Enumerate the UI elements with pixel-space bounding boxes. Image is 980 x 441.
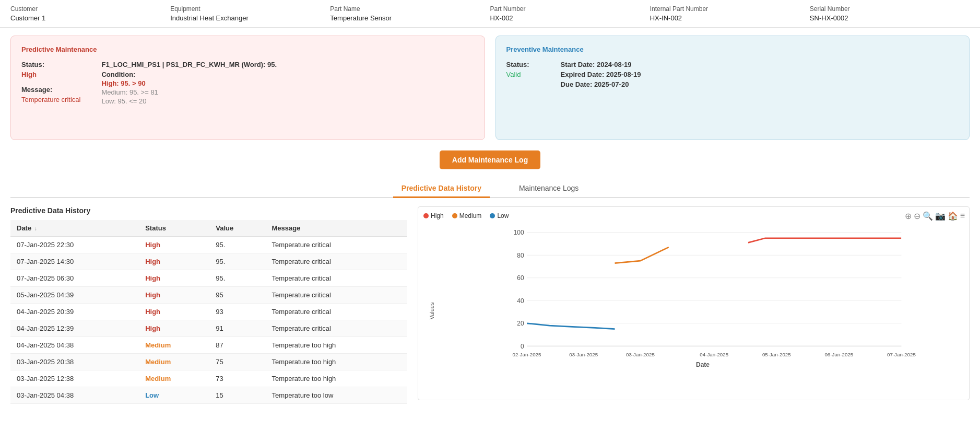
cell-date: 04-Jan-2025 20:39 (10, 304, 139, 320)
table-row: 03-Jan-2025 12:38 Medium 73 Temperature … (10, 370, 407, 387)
cell-value: 95 (209, 287, 265, 304)
chart-menu-icon[interactable]: ≡ (960, 211, 965, 221)
cell-value: 73 (209, 370, 265, 387)
table-row: 04-Jan-2025 04:38 Medium 87 Temperature … (10, 337, 407, 354)
cards-row: Predictive Maintenance Status: High Mess… (10, 36, 970, 140)
predictive-status-section: Status: High (21, 61, 80, 78)
predictive-param-name: F1_LOC_HMI_PS1 | PS1_DR_FC_KWH_MR (Word)… (101, 61, 277, 68)
predictive-status-label: Status: (21, 61, 80, 68)
cell-value: 87 (209, 337, 265, 354)
header-bar: CustomerCustomer 1EquipmentIndustrial He… (0, 0, 980, 28)
preventive-status-section: Status: Valid (506, 61, 529, 90)
col-message: Message (265, 220, 407, 237)
cell-status: High (139, 304, 209, 320)
cell-value: 75 (209, 354, 265, 370)
col-date: Date ↓ (10, 220, 139, 237)
chart-camera-icon[interactable]: 📷 (935, 211, 946, 221)
table-row: 04-Jan-2025 12:39 High 91 Temperature cr… (10, 320, 407, 337)
preventive-dates-section: Start Date: 2024-08-19 Expired Date: 202… (561, 61, 641, 90)
svg-text:80: 80 (517, 252, 524, 259)
svg-text:00:19: 00:19 (577, 357, 590, 357)
chart-line-low (527, 323, 615, 329)
add-button-row: Add Maintenance Log (10, 150, 970, 169)
cell-message: Temperature too high (265, 354, 407, 370)
predictive-card-title: Predictive Maintenance (21, 45, 474, 53)
svg-text:0: 0 (521, 343, 524, 350)
predictive-condition-low: Low: 95. <= 20 (101, 97, 277, 105)
preventive-due-date: Due Date: 2025-07-20 (561, 80, 641, 88)
svg-text:02:48: 02:48 (895, 357, 907, 357)
predictive-condition-high: High: 95. > 90 (101, 79, 277, 87)
table-row: 07-Jan-2025 14:30 High 95. Temperature c… (10, 253, 407, 270)
predictive-message-value: Temperature critical (21, 96, 80, 103)
preventive-start-date: Start Date: 2024-08-19 (561, 61, 641, 68)
legend-medium: Medium (452, 212, 482, 219)
chart-home-icon[interactable]: 🏠 (948, 211, 958, 221)
chart-x-label: Date (447, 361, 959, 368)
chart-zoom-in-icon[interactable]: ⊕ (905, 211, 912, 221)
predictive-condition-medium: Medium: 95. >= 81 (101, 88, 277, 96)
cell-value: 95. (209, 253, 265, 270)
add-maintenance-log-button[interactable]: Add Maintenance Log (440, 150, 540, 169)
cell-date: 05-Jan-2025 04:39 (10, 287, 139, 304)
col-status: Status (139, 220, 209, 237)
predictive-condition-section: F1_LOC_HMI_PS1 | PS1_DR_FC_KWH_MR (Word)… (101, 61, 277, 106)
cell-status: Low (139, 387, 209, 404)
chart-container: High Medium Low ⊕ ⊖ (418, 206, 970, 400)
header-field-customer: CustomerCustomer 1 (10, 5, 170, 22)
sort-icon-date[interactable]: ↓ (34, 226, 37, 231)
svg-text:07:06: 07:06 (833, 357, 845, 357)
chart-line-high (748, 238, 901, 243)
header-field-part-number: Part NumberHX-002 (490, 5, 650, 22)
legend-dot-medium (452, 213, 457, 218)
tab-predictive-data-history[interactable]: Predictive Data History (393, 180, 490, 198)
predictive-message-section: Message: Temperature critical (21, 86, 80, 103)
legend-low: Low (490, 212, 509, 219)
chart-zoom-out-icon[interactable]: ⊖ (914, 211, 920, 221)
bottom-row: Predictive Data History Date ↓ Status Va… (10, 206, 970, 404)
predictive-left: Status: High Message: Temperature critic… (21, 61, 80, 106)
preventive-card-title: Preventive Maintenance (506, 45, 959, 53)
table-row: 05-Jan-2025 04:39 High 95 Temperature cr… (10, 287, 407, 304)
legend-label-high: High (431, 212, 444, 219)
legend-label-medium: Medium (459, 212, 482, 219)
predictive-condition-label: Condition: (101, 71, 277, 78)
cell-message: Temperature critical (265, 304, 407, 320)
cell-status: High (139, 320, 209, 337)
col-value: Value (209, 220, 265, 237)
chart-section: High Medium Low ⊕ ⊖ (418, 206, 970, 404)
svg-text:40: 40 (517, 297, 524, 305)
cell-status: High (139, 237, 209, 253)
cell-message: Temperature too low (265, 387, 407, 404)
cell-date: 03-Jan-2025 12:38 (10, 370, 139, 387)
legend-high: High (423, 212, 444, 219)
cell-value: 15 (209, 387, 265, 404)
tab-maintenance-logs[interactable]: Maintenance Logs (511, 180, 587, 198)
cell-value: 93 (209, 304, 265, 320)
svg-text:15:43: 15:43 (708, 357, 721, 357)
header-field-serial-number: Serial NumberSN-HX-0002 (810, 5, 970, 22)
cell-message: Temperature too high (265, 337, 407, 354)
cell-date: 04-Jan-2025 12:39 (10, 320, 139, 337)
chart-svg: 100 80 60 40 20 0 (447, 227, 959, 357)
svg-text:100: 100 (514, 229, 524, 236)
preventive-status-value: Valid (506, 71, 529, 78)
chart-toolbar: ⊕ ⊖ 🔍 📷 🏠 ≡ (905, 211, 965, 221)
table-row: 04-Jan-2025 20:39 High 93 Temperature cr… (10, 304, 407, 320)
table-body: 07-Jan-2025 22:30 High 95. Temperature c… (10, 237, 407, 404)
cell-message: Temperature critical (265, 270, 407, 287)
svg-text:20: 20 (517, 320, 524, 327)
cell-message: Temperature critical (265, 253, 407, 270)
cell-message: Temperature critical (265, 287, 407, 304)
table-row: 07-Jan-2025 22:30 High 95. Temperature c… (10, 237, 407, 253)
chart-y-label: Values (429, 302, 435, 319)
cell-status: High (139, 253, 209, 270)
cell-status: High (139, 287, 209, 304)
svg-text:04:38: 04:38 (521, 357, 533, 357)
predictive-table: Date ↓ Status Value Message 07-Jan-2025 … (10, 220, 407, 404)
chart-magnify-icon[interactable]: 🔍 (923, 211, 933, 221)
table-section-title: Predictive Data History (10, 206, 407, 215)
cell-status: Medium (139, 337, 209, 354)
table-header-row: Date ↓ Status Value Message (10, 220, 407, 237)
svg-rect-0 (527, 227, 901, 349)
